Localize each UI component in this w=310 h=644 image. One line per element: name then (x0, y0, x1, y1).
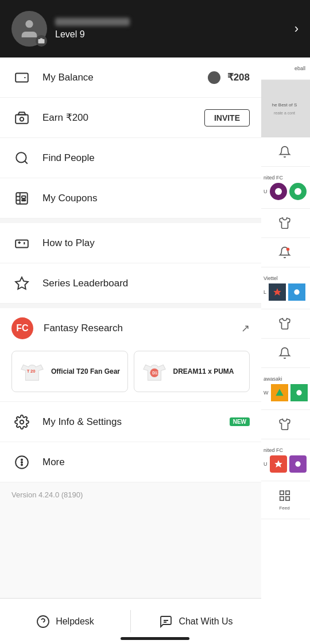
chat-label: Chat With Us (179, 616, 232, 627)
svg-marker-4 (273, 288, 281, 296)
right-col-promo: he Best of S reate a cont (259, 80, 310, 137)
right-col-items: eball he Best of S reate a cont nited FC… (259, 57, 310, 519)
my-coupons-item[interactable]: My Coupons (0, 178, 261, 218)
svg-point-15 (40, 40, 42, 43)
svg-text:D11: D11 (152, 371, 160, 375)
merch-card-d11[interactable]: D11 DREAM11 x PUMA (134, 351, 250, 392)
fantasy-research-section: FC Fantasy Research ↗ T 20 Official T20 … (0, 308, 261, 402)
series-leaderboard-item[interactable]: Series Leaderboard (0, 263, 261, 304)
home-indicator (0, 632, 310, 644)
wallet-menu-icon (11, 67, 32, 88)
svg-text:T: T (27, 369, 30, 374)
divider-2 (0, 304, 261, 308)
series-leaderboard-label: Series Leaderboard (42, 278, 250, 289)
svg-text:20: 20 (30, 369, 36, 374)
settings-label: My Info & Settings (42, 416, 225, 428)
svg-point-33 (21, 464, 22, 465)
d11-merch-label: DREAM11 x PUMA (173, 367, 234, 377)
svg-rect-10 (280, 491, 283, 494)
svg-point-14 (25, 20, 33, 28)
avatar[interactable] (11, 11, 47, 47)
helpdesk-icon (36, 615, 50, 628)
app-header: Level 9 › (0, 0, 310, 57)
header-chevron[interactable]: › (294, 21, 299, 36)
search-icon (11, 148, 32, 168)
right-col-team-3: awasaki W (259, 368, 310, 410)
invite-button[interactable]: INVITE (204, 109, 250, 126)
chat-icon (159, 615, 173, 628)
svg-rect-16 (16, 73, 28, 82)
d11-shirt-icon: D11 (140, 357, 169, 386)
t20-shirt-icon: T 20 (18, 357, 46, 386)
merch-row: T 20 Official T20 Fan Gear D11 DREAM11 x… (0, 348, 261, 401)
svg-rect-21 (22, 195, 26, 198)
earn-item[interactable]: Earn ₹200 INVITE (0, 98, 261, 138)
right-col-bell-2 (259, 238, 310, 267)
right-col-team-4: nited FC U (259, 439, 310, 481)
user-level: Level 9 (55, 29, 85, 39)
find-people-item[interactable]: Find People (0, 138, 261, 178)
right-col-team-2: Viettel L (259, 267, 310, 309)
right-col-team-1: nited FC U (259, 167, 310, 209)
earn-icon (11, 108, 32, 128)
right-col-feed: Feed (259, 481, 310, 519)
right-col-shirt-2 (259, 309, 310, 339)
svg-point-29 (20, 420, 24, 424)
svg-rect-12 (285, 497, 289, 500)
menu-container: My Balance ₹208 Earn ₹200 INVITE Find Pe… (0, 57, 261, 644)
svg-point-3 (286, 248, 289, 251)
svg-rect-23 (16, 240, 28, 247)
merch-card-t20[interactable]: T 20 Official T20 Fan Gear (11, 351, 128, 392)
my-balance-item[interactable]: My Balance ₹208 (0, 57, 261, 98)
how-to-play-item[interactable]: How to Play (0, 223, 261, 263)
balance-value: ₹208 (227, 71, 250, 83)
coupon-icon (11, 188, 32, 209)
more-icon (11, 452, 32, 473)
star-icon (11, 273, 32, 294)
fantasy-research-item[interactable]: FC Fantasy Research ↗ (0, 308, 261, 348)
settings-icon (11, 412, 32, 432)
right-col-shirt-3 (259, 410, 310, 439)
svg-point-18 (20, 117, 24, 121)
fantasy-logo: FC (11, 317, 33, 339)
more-item[interactable]: More (0, 442, 261, 482)
svg-point-9 (295, 461, 300, 466)
svg-point-1 (275, 188, 282, 195)
right-col-bell-1 (259, 137, 310, 167)
right-col-sport-label: eball (259, 57, 310, 80)
earn-label: Earn ₹200 (42, 112, 204, 124)
find-people-label: Find People (42, 152, 250, 164)
svg-rect-17 (16, 114, 28, 123)
svg-rect-11 (285, 491, 289, 494)
svg-rect-13 (280, 497, 283, 500)
svg-rect-22 (22, 200, 26, 201)
svg-point-2 (294, 188, 301, 195)
svg-point-7 (296, 390, 301, 395)
helpdesk-label: Helpdesk (56, 616, 94, 627)
right-col-shirt-1 (259, 209, 310, 238)
camera-badge (36, 35, 47, 47)
balance-toggle[interactable] (208, 71, 220, 84)
svg-point-32 (21, 461, 22, 462)
divider-1 (0, 218, 261, 223)
right-col-bell-3 (259, 339, 310, 368)
how-to-play-label: How to Play (42, 237, 250, 249)
more-label: More (42, 457, 250, 468)
gamepad-icon (11, 233, 32, 254)
svg-point-5 (294, 289, 299, 294)
t20-merch-label: Official T20 Fan Gear (51, 367, 120, 377)
background-app-overlay: eball he Best of S reate a cont nited FC… (258, 0, 310, 644)
settings-item[interactable]: My Info & Settings NEW (0, 402, 261, 442)
svg-marker-6 (276, 389, 283, 396)
external-link-icon: ↗ (241, 322, 250, 335)
username (55, 18, 130, 26)
svg-marker-24 (16, 277, 28, 289)
svg-point-31 (21, 459, 22, 460)
my-coupons-label: My Coupons (42, 193, 250, 204)
my-balance-label: My Balance (42, 72, 208, 83)
fantasy-research-label: Fantasy Research (44, 323, 241, 334)
new-badge: NEW (230, 417, 250, 426)
user-info: Level 9 (55, 18, 294, 40)
svg-point-19 (16, 152, 26, 162)
home-bar (121, 637, 189, 640)
